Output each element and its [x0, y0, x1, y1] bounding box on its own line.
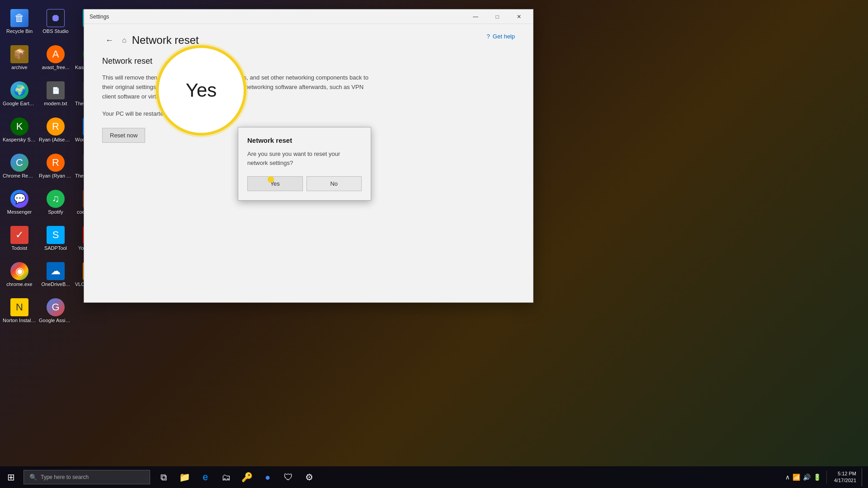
maximize-button[interactable]: □	[487, 9, 508, 24]
desktop-icon-chrome[interactable]: ◉ chrome.exe	[2, 257, 37, 292]
settings-window: Settings — □ ✕ ← ⌂ Network reset ? Get h…	[84, 9, 533, 303]
page-title: Network reset	[132, 34, 199, 47]
edge-icon: e	[203, 471, 208, 483]
chrome-remote-label: Chrome Remo...	[3, 173, 36, 178]
ryan-adsense-label: Ryan (Adsense...	[39, 137, 72, 142]
spotify-label: Spotify	[48, 209, 63, 215]
google-earth-label: Google Earth Pro	[3, 101, 36, 106]
taskbar: ⊞ 🔍 ⧉ 📁 e 🗂 🔑 ● 🛡 ⚙	[0, 466, 868, 488]
desktop-icon-archive[interactable]: 📦 archive	[2, 40, 37, 75]
network-icon[interactable]: 📶	[793, 474, 800, 481]
battery-icon: 🔋	[813, 474, 821, 481]
desktop-icon-modem[interactable]: 📄 modem.txt	[38, 76, 73, 111]
desktop-icon-google-assistant[interactable]: G Google Assistant	[38, 293, 73, 328]
taskbar-chrome-browser[interactable]: ●	[258, 467, 278, 487]
desktop-icon-ryan-adsense[interactable]: R Ryan (Adsense...	[38, 112, 73, 147]
archive-icon: 📦	[10, 45, 28, 63]
taskbar-credential[interactable]: 🔑	[237, 467, 257, 487]
connector-dot	[268, 176, 274, 183]
taskbar-search-bar[interactable]: 🔍	[24, 470, 150, 484]
chrome-browser-icon: ●	[265, 472, 270, 483]
dialog-yes-button[interactable]: Yes	[247, 176, 303, 191]
desktop-icon-google-earth[interactable]: 🌍 Google Earth Pro	[2, 76, 37, 111]
volume-icon[interactable]: 🔊	[803, 474, 811, 481]
windows-icon: ⊞	[7, 472, 15, 483]
magnified-text: Yes	[186, 80, 217, 101]
desktop-icons-container: 🗑 Recycle Bin 📦 archive 🌍 Google Earth P…	[0, 0, 79, 352]
desktop-icon-chrome-remote[interactable]: C Chrome Remo...	[2, 148, 37, 183]
chrome-icon: ◉	[10, 262, 28, 280]
avast-label: avast_free...	[42, 65, 70, 70]
dialog-message: Are you sure you want to reset your netw…	[247, 150, 362, 167]
kaspersky-icon: K	[10, 117, 28, 136]
messenger-label: Messenger	[7, 209, 32, 215]
taskbar-task-view[interactable]: ⧉	[154, 467, 174, 487]
recycle-bin-label: Recycle Bin	[6, 28, 33, 34]
taskbar-middle-icons: ⧉ 📁 e 🗂 🔑 ● 🛡 ⚙	[154, 467, 319, 487]
norton-icon: N	[10, 298, 28, 316]
archive-label: archive	[11, 65, 27, 70]
desktop-icon-sadp[interactable]: S SADPTool	[38, 221, 73, 256]
desktop-icon-norton[interactable]: N Norton Installa...	[2, 293, 37, 328]
system-tray-icons: ∧ 📶 🔊 🔋	[783, 474, 823, 481]
separator	[826, 471, 827, 483]
chrome-label: chrome.exe	[6, 282, 32, 287]
modem-label: modem.txt	[44, 101, 67, 106]
credential-icon: 🔑	[241, 472, 253, 483]
start-button[interactable]: ⊞	[0, 466, 22, 488]
dialog-buttons: Yes No	[247, 176, 362, 191]
todoist-icon: ✓	[10, 226, 28, 244]
desktop-icon-obs[interactable]: ⏺ OBS Studio	[38, 4, 73, 39]
kaspersky-label: Kaspersky Security...	[3, 137, 36, 142]
norton-label: Norton Installa...	[3, 318, 36, 323]
onedrive-icon: ☁	[47, 262, 65, 280]
security-icon: 🛡	[284, 472, 293, 483]
dialog-title: Network reset	[247, 136, 362, 144]
chrome-remote-icon: C	[10, 154, 28, 172]
taskbar-edge[interactable]: e	[195, 467, 215, 487]
todoist-label: Todoist	[12, 245, 28, 251]
google-assistant-icon: G	[47, 298, 65, 316]
taskbar-settings[interactable]: ⚙	[299, 467, 319, 487]
desktop-icon-avast[interactable]: A avast_free...	[38, 40, 73, 75]
home-icon: ⌂	[122, 36, 127, 44]
desktop-icon-recycle-bin[interactable]: 🗑 Recycle Bin	[2, 4, 37, 39]
clock-date: 4/17/2021	[834, 477, 856, 484]
desktop-icon-ryan-akic[interactable]: R Ryan (Ryan AKIC) - G...	[38, 148, 73, 183]
google-earth-icon: 🌍	[10, 81, 28, 99]
help-icon: ?	[487, 33, 490, 40]
window-titlebar: Settings — □ ✕	[84, 9, 533, 24]
reset-now-button[interactable]: Reset now	[102, 128, 145, 143]
modem-icon: 📄	[47, 81, 65, 99]
ryan-akic-label: Ryan (Ryan AKIC) - G...	[39, 173, 72, 178]
desktop-icon-todoist[interactable]: ✓ Todoist	[2, 221, 37, 256]
taskbar-file-explorer[interactable]: 📁	[175, 467, 194, 487]
desktop-show-button[interactable]	[862, 468, 864, 486]
chevron-up-icon[interactable]: ∧	[785, 474, 790, 481]
ryan-adsense-icon: R	[47, 117, 65, 136]
obs-icon: ⏺	[47, 9, 65, 27]
close-button[interactable]: ✕	[509, 9, 529, 24]
system-clock[interactable]: 5:12 PM 4/17/2021	[830, 470, 860, 484]
get-help-button[interactable]: ? Get help	[487, 33, 515, 40]
spotify-icon: ♫	[47, 190, 65, 208]
taskbar-search-input[interactable]	[41, 474, 144, 480]
back-button[interactable]: ←	[102, 33, 117, 47]
minimize-button[interactable]: —	[465, 9, 486, 24]
desktop-icon-spotify[interactable]: ♫ Spotify	[38, 184, 73, 220]
sadp-icon: S	[47, 226, 65, 244]
taskbar-file-manager[interactable]: 🗂	[216, 467, 236, 487]
desktop-icon-onedrive[interactable]: ☁ OneDriveB...	[38, 257, 73, 292]
onedrive-label: OneDriveB...	[42, 282, 70, 287]
settings-navigation: ← ⌂ Network reset	[102, 33, 515, 47]
messenger-icon: 💬	[10, 190, 28, 208]
window-title-text: Settings	[90, 14, 109, 20]
file-manager-icon: 🗂	[222, 472, 231, 483]
desktop-icon-messenger[interactable]: 💬 Messenger	[2, 184, 37, 220]
taskbar-security[interactable]: 🛡	[278, 467, 298, 487]
dialog-no-button[interactable]: No	[307, 176, 362, 191]
window-controls: — □ ✕	[465, 9, 529, 24]
avast-icon: A	[47, 45, 65, 63]
obs-label: OBS Studio	[42, 28, 68, 34]
desktop-icon-kaspersky[interactable]: K Kaspersky Security...	[2, 112, 37, 147]
